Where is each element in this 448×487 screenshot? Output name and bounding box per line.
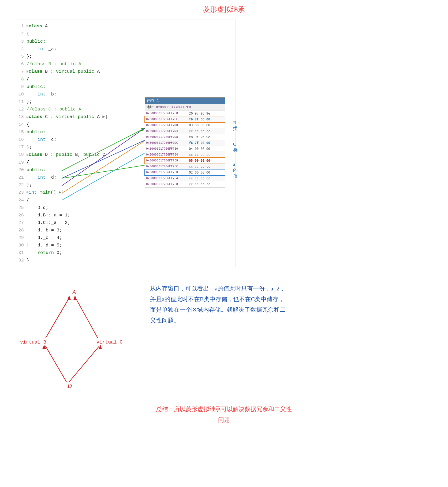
svg-line-8	[76, 298, 98, 338]
b-class-label: B 类	[233, 120, 238, 132]
c-class-label: C 类	[233, 142, 238, 153]
svg-marker-9	[73, 295, 77, 300]
svg-line-12	[69, 346, 99, 382]
diamond-svg: A virtual B virtual C D	[8, 281, 142, 396]
code-line-32: 32 }	[16, 257, 236, 264]
memory-window: 内存 1 地址: 0x00000017706FF7C8 0x0000001770…	[145, 97, 225, 187]
memory-address-bar: 地址: 0x00000017706FF7C8	[145, 104, 225, 110]
summary-text-2: 问题	[0, 415, 448, 425]
svg-marker-7	[68, 295, 71, 300]
code-line-8: 8 {	[16, 76, 236, 83]
code-line-31: 31 return 0;	[16, 249, 236, 257]
diamond-diagram: A virtual B virtual C D	[8, 281, 142, 396]
memory-row-9: 0x00000017706FF7E8 05 00 00 00	[145, 158, 225, 164]
memory-row-5: 0x00000017706FF7D8 e8 9c 26 9e	[145, 134, 225, 140]
code-line-27: 27 d.C::_a = 2;	[16, 219, 236, 227]
code-line-24: 24 {	[16, 197, 236, 204]
summary-text: 总结：所以菱形虚拟继承可以解决数据冗余和二义性	[0, 404, 448, 415]
code-line-6: 6 //class B : public A	[16, 60, 236, 68]
explanation-text: 从内存窗口，可以看出，a的值此时只有一份，a=2，并且a的值此时不在B类中存储，…	[150, 283, 289, 326]
code-line-23: 23 ⊟int main() ▶|	[16, 189, 236, 197]
memory-row-8: 0x00000017706FF7E4 cc cc cc cc	[145, 152, 225, 158]
memory-row-13: 0x00000017706FF7F8 cc cc cc cc	[145, 181, 225, 187]
node-d-label: D	[67, 382, 72, 389]
svg-marker-11	[42, 345, 46, 349]
code-line-30: 30 | d._d = 5;	[16, 242, 236, 249]
code-line-28: 28 d._b = 3;	[16, 227, 236, 234]
summary-area: 总结：所以菱形虚拟继承可以解决数据冗余和二义性 问题	[0, 404, 448, 425]
node-a-label: A	[72, 289, 76, 295]
a-value-label: a 的值	[233, 162, 238, 179]
code-line-4: 4 int _a;	[16, 45, 236, 53]
svg-line-6	[46, 298, 69, 338]
page-title: 菱形虚拟继承	[0, 0, 448, 17]
memory-row-3: 0x00000017706FF7D0 03 00 00 00	[145, 122, 225, 128]
code-line-25: 25 D d;	[16, 204, 236, 212]
code-line-2: 2 {	[16, 30, 236, 38]
svg-line-10	[46, 346, 66, 382]
svg-marker-13	[99, 345, 102, 349]
code-line-5: 5 };	[16, 53, 236, 60]
code-line-10: 10 int _b;	[16, 91, 236, 98]
node-c-label: virtual C	[96, 340, 122, 345]
node-b-label: virtual B	[20, 340, 46, 345]
code-line-26: 26 d.B::_a = 1;	[16, 212, 236, 219]
explanation-area: 从内存窗口，可以看出，a的值此时只有一份，a=2，并且a的值此时不在B类中存储，…	[150, 281, 289, 326]
memory-row-7: 0x00000017706FF7E0 04 00 00 00	[145, 146, 225, 152]
memory-row-11: 0x00000017706FF7F0 02 00 00 00	[145, 169, 225, 175]
memory-row-10: 0x00000017706FF7EC cc cc cc cc	[145, 164, 225, 169]
code-line-1: 1 ⊟class A	[16, 23, 236, 30]
code-line-29: 29 d._c = 4;	[16, 234, 236, 242]
code-line-3: 3 public:	[16, 38, 236, 45]
memory-row-4: 0x00000017706FF7D4 cc cc cc cc	[145, 128, 225, 134]
memory-row-2: 0x00000017706FF7CC f6 7f 00 00	[145, 116, 225, 122]
memory-row-6: 0x00000017706FF7DC f6 7f 00 00	[145, 140, 225, 146]
memory-title: 内存 1	[145, 98, 225, 104]
memory-row-12: 0x00000017706FF7F4 cc cc cc cc	[145, 175, 225, 181]
code-line-7: 7 ⊟class B : virtual public A	[16, 68, 236, 76]
memory-row-1: 0x00000017706FF7C8 20 9c 26 9e	[145, 110, 225, 116]
code-line-9: 9 public:	[16, 83, 236, 91]
